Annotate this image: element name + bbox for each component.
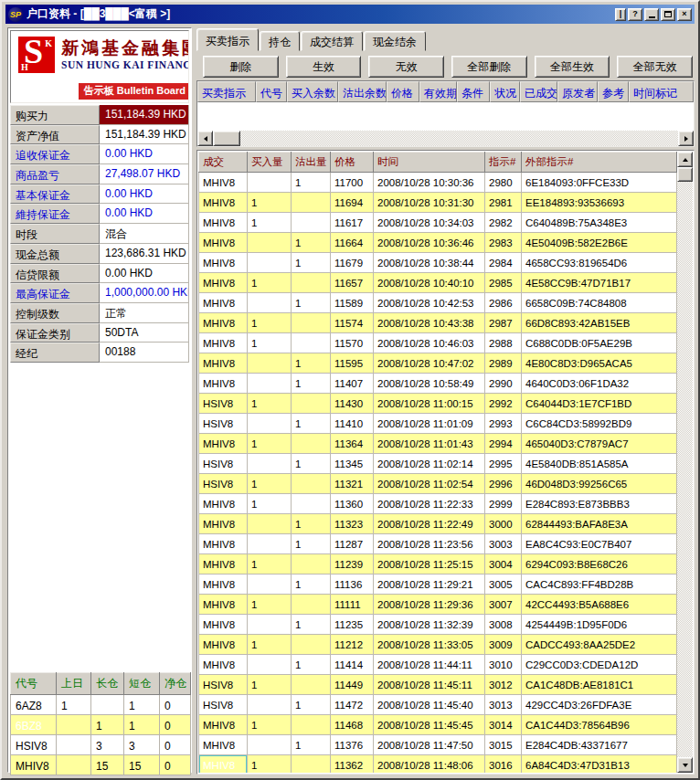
trade-cell (292, 193, 331, 213)
account-row: 购买力151,184.39 HKD (10, 105, 189, 125)
trade-row[interactable]: MHIV81115952008/10/28 10:47:0229894E80C8… (199, 353, 677, 374)
trade-cell: 2008/10/28 11:29:36 (374, 595, 485, 615)
trade-cell: 66D8C893:42AB15EB (522, 313, 677, 333)
trade-row[interactable]: HSIV81114102008/10/28 11:01:092993C6C84C… (199, 414, 677, 434)
trade-cell: 1 (292, 735, 331, 755)
trade-row[interactable]: MHIV81116572008/10/28 10:40:1029854E58CC… (199, 273, 677, 293)
position-cell: 6BZ8 (11, 715, 57, 735)
trade-cell: MHIV8 (199, 434, 248, 454)
trade-cell: 4E80C8D3:D965ACA5 (522, 353, 677, 374)
titlebar[interactable]: SP 户口资料 - [██3███<富穓 >] | ? × (5, 5, 695, 24)
trade-row[interactable]: HSIV81113212008/10/28 11:02:54299646D048… (199, 474, 677, 494)
trade-cell: 2008/10/28 10:31:30 (374, 193, 485, 213)
position-cell: 1 (124, 695, 160, 715)
trade-row[interactable]: HSIV81114302008/10/28 11:00:152992C64044… (199, 394, 677, 414)
disable-button[interactable]: 无效 (368, 56, 444, 78)
trade-row[interactable]: MHIV81113232008/10/28 11:22:493000628444… (199, 514, 677, 534)
enable-all-button[interactable]: 全部生效 (535, 56, 610, 78)
trade-row[interactable]: HSIV81114722008/10/28 11:45:403013429CC4… (199, 695, 677, 715)
trade-cell (248, 534, 292, 554)
bulletin-board-button[interactable]: 告示板 Bulletin Board (79, 83, 188, 100)
enable-button[interactable]: 生效 (286, 56, 362, 78)
trade-cell (248, 233, 292, 253)
position-row[interactable]: HSIV8330 (11, 735, 191, 755)
trade-row[interactable]: MHIV81115892008/10/28 10:42:5329866658C0… (199, 293, 677, 313)
tab-2[interactable]: 持仓 (260, 31, 300, 51)
vertical-scroll-track[interactable] (677, 182, 693, 757)
trade-row[interactable]: MHIV81115742008/10/28 10:43:38298766D8C8… (199, 313, 677, 333)
delete-all-button[interactable]: 全部删除 (451, 56, 527, 78)
trade-row[interactable]: MHIV81117002008/10/28 10:30:3629806E1840… (199, 173, 677, 193)
trade-cell: HSIV8 (199, 454, 248, 474)
trade-row[interactable]: MHIV81116942008/10/28 10:31:302981EE1848… (199, 193, 677, 213)
trade-cell: CADCC493:8AA25DE2 (522, 635, 677, 655)
tab-4[interactable]: 现金结余 (364, 31, 426, 51)
orders-empty-list[interactable] (197, 102, 694, 131)
trade-cell: C6C84CD3:58992BD9 (522, 414, 677, 434)
trade-cell: 3013 (485, 695, 522, 715)
trade-row[interactable]: MHIV81111362008/10/28 11:29:213005CAC4C8… (199, 574, 677, 595)
trade-row[interactable]: MHIV81114142008/10/28 11:44:113010C29CC0… (199, 655, 677, 675)
delete-button[interactable]: 删除 (203, 56, 279, 78)
position-row[interactable]: 6BZ8110 (11, 715, 191, 735)
tab-3[interactable]: 成交结算 (301, 31, 363, 51)
trade-cell: 2981 (485, 193, 522, 213)
trade-row[interactable]: MHIV81112872008/10/28 11:23:563003EA8C4C… (199, 534, 677, 554)
trade-row[interactable]: MHIV81116172008/10/28 10:34:032982C64048… (199, 213, 677, 233)
trade-row[interactable]: HSIV81114492008/10/28 11:45:113012CA1C48… (199, 675, 677, 695)
trade-row[interactable]: MHIV81111112008/10/28 11:29:36300742CC44… (199, 595, 677, 615)
trade-cell: 1 (292, 293, 331, 313)
account-row-label: 现金总额 (10, 244, 100, 264)
trade-row[interactable]: HSIV81113452008/10/28 11:02:1429954E5840… (199, 454, 677, 474)
trade-row[interactable]: MHIV81113762008/10/28 11:47:503015E284C4… (199, 735, 677, 755)
horizontal-scroll-track[interactable] (240, 131, 678, 146)
trade-row[interactable]: MHIV81115702008/10/28 10:46:032988C688C0… (199, 333, 677, 353)
vertical-scroll-thumb[interactable] (677, 167, 693, 182)
trade-cell: HSIV8 (199, 675, 248, 695)
scroll-up-button[interactable] (677, 152, 693, 167)
toolbar-toggle-button[interactable]: | (615, 8, 626, 21)
trade-cell: 2008/10/28 11:02:54 (374, 474, 485, 494)
trade-row[interactable]: MHIV81114072008/10/28 10:58:4929904640C0… (199, 374, 677, 394)
position-cell (57, 755, 91, 775)
trade-row[interactable]: MHIV81116642008/10/28 10:36:4629834E5040… (199, 233, 677, 253)
trade-cell: 2985 (485, 273, 522, 293)
trade-cell: CAC4C893:FF4BD28B (522, 574, 677, 595)
tab-1[interactable]: 买卖指示 (196, 28, 259, 51)
trades-grid: 成交买入量沽出量价格时间指示#外部指示# MHIV81117002008/10/… (196, 150, 695, 775)
scroll-left-button[interactable] (197, 131, 213, 146)
trade-cell: 1 (248, 213, 292, 233)
maximize-button[interactable] (661, 8, 675, 21)
positions-column-header: 净仓 (160, 673, 191, 695)
trade-cell: MHIV8 (199, 715, 248, 735)
trade-row[interactable]: MHIV81113622008/10/28 11:48:0630166A84C4… (199, 755, 677, 774)
trade-row[interactable]: MHIV81113642008/10/28 11:01:432994465040… (199, 434, 677, 454)
trade-row[interactable]: MHIV81112392008/10/28 11:25:1530046294C0… (199, 554, 677, 574)
trade-cell (292, 213, 331, 233)
trade-row[interactable]: MHIV81114682008/10/28 11:45:453014CA1C44… (199, 715, 677, 735)
position-cell: 3 (124, 735, 160, 755)
trade-cell: 1 (248, 715, 292, 735)
position-row[interactable]: MHIV815150 (11, 755, 191, 775)
scroll-down-button[interactable] (677, 757, 693, 773)
horizontal-scroll-thumb[interactable] (213, 131, 240, 146)
scroll-right-button[interactable] (678, 131, 694, 146)
close-button[interactable]: × (677, 8, 692, 21)
trade-cell: 11589 (331, 293, 374, 313)
trade-cell: MHIV8 (199, 494, 248, 514)
trade-row[interactable]: MHIV81113602008/10/28 11:22:332999E284C8… (199, 494, 677, 514)
position-cell: 6AZ8 (11, 695, 57, 715)
trade-cell: 2008/10/28 10:58:49 (374, 374, 485, 394)
help-button[interactable]: ? (628, 8, 642, 21)
trade-row[interactable]: MHIV81112352008/10/28 11:32:393008425444… (199, 615, 677, 635)
minimize-button[interactable] (644, 8, 659, 21)
trade-row[interactable]: MHIV81112122008/10/28 11:33:053009CADCC4… (199, 635, 677, 655)
trade-cell: MHIV8 (199, 213, 248, 233)
trade-cell: 11239 (331, 554, 374, 574)
position-row[interactable]: 6AZ8110 (11, 695, 191, 715)
trade-cell: 1 (248, 675, 292, 695)
trade-cell: 11657 (331, 273, 374, 293)
trade-row[interactable]: MHIV81116792008/10/28 10:38:4429844658CC… (199, 253, 677, 273)
disable-all-button[interactable]: 全部无效 (617, 56, 693, 78)
positions-column-header: 长仓 (91, 673, 124, 695)
